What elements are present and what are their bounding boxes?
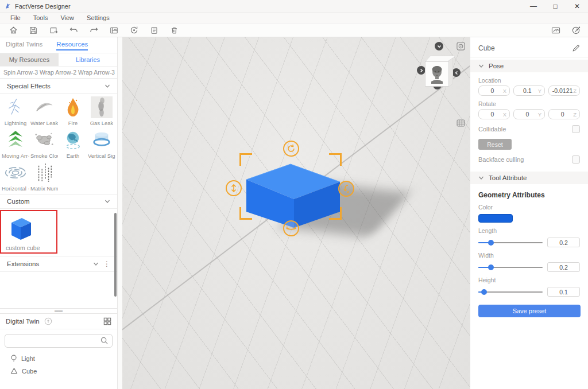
sidebar-scrollbar[interactable]: [114, 213, 117, 297]
scale-handle[interactable]: [338, 181, 354, 197]
width-value-input[interactable]: 0.2: [547, 262, 580, 272]
redo-button[interactable]: [88, 25, 99, 36]
length-slider[interactable]: [478, 239, 543, 246]
geometry-attributes-title: Geometry Attributes: [470, 184, 588, 199]
orbit-down-button[interactable]: [435, 42, 443, 50]
scene-item-cube[interactable]: Cube: [10, 367, 117, 375]
effect-item-fire[interactable]: Fire: [59, 96, 87, 126]
tab-digital-twins[interactable]: Digital Twins: [6, 41, 42, 50]
orbit-right-button[interactable]: [417, 66, 425, 75]
width-slider[interactable]: [478, 264, 543, 271]
move-horizontal-handle[interactable]: [283, 220, 299, 236]
menu-tools[interactable]: Tools: [33, 14, 48, 21]
gas-leak-icon: [90, 96, 113, 119]
maximize-button[interactable]: □: [544, 0, 566, 12]
subtab-libraries[interactable]: Libraries: [59, 53, 117, 66]
components-icon[interactable]: [103, 317, 111, 325]
panel-resize-handle[interactable]: ══: [0, 309, 117, 313]
effect-item-water-leak[interactable]: Water Leak: [30, 96, 59, 126]
viewcube-body[interactable]: [425, 56, 452, 88]
menubar: File Tools View Settings: [0, 13, 588, 24]
effect-item-lightning[interactable]: Lightning: [1, 96, 30, 126]
menu-settings[interactable]: Settings: [87, 14, 110, 21]
effect-item-horizontal-signal[interactable]: Horizontal ⋯: [1, 161, 30, 192]
matrix-number-icon: [33, 161, 56, 184]
selection-bracket: [329, 207, 342, 220]
save-as-button[interactable]: [48, 25, 59, 36]
minimize-button[interactable]: —: [523, 0, 544, 12]
viewport-3d[interactable]: [118, 37, 470, 389]
effect-item-vertical-signal[interactable]: Vertical Sig⋯: [87, 129, 116, 159]
undo-button[interactable]: [68, 25, 79, 36]
rotate-handle[interactable]: [283, 141, 299, 157]
effect-item-smoke-cloud[interactable]: Smoke Cloud: [30, 129, 59, 159]
save-button[interactable]: [28, 25, 38, 36]
orbit-left-button[interactable]: [452, 68, 461, 77]
rotate-y-input[interactable]: 0 Y: [513, 109, 545, 119]
slider-knob[interactable]: [481, 289, 487, 295]
snapshot-button[interactable]: [551, 25, 561, 36]
slider-knob[interactable]: [488, 264, 494, 270]
smoke-cloud-icon: [33, 129, 56, 151]
section-custom[interactable]: Custom: [0, 194, 117, 209]
height-label: Height: [470, 272, 588, 285]
scene-item-light[interactable]: Light: [10, 355, 117, 363]
grid-toggle-icon[interactable]: [457, 119, 465, 127]
effect-item-gas-leak[interactable]: Gas Leak: [87, 96, 116, 126]
location-x-input[interactable]: 0 X: [478, 85, 510, 96]
view-navigation-cube[interactable]: [417, 42, 461, 122]
section-extensions[interactable]: Extensions ⋮: [0, 256, 117, 272]
sidebar-subtabs: My Resources Libraries: [0, 53, 117, 67]
extensions-area: [0, 272, 117, 309]
custom-cube-item[interactable]: custom cube: [1, 211, 56, 252]
effect-item-moving-arrows[interactable]: Moving Arr⋯: [1, 129, 30, 159]
location-z-input[interactable]: -0.0121 Z: [548, 85, 580, 96]
light-bulb-icon: [10, 355, 17, 363]
collidable-label: Collidable: [478, 126, 572, 133]
pose-section-header[interactable]: Pose: [470, 60, 588, 72]
more-options-icon[interactable]: ⋮: [103, 260, 110, 268]
search-icon[interactable]: [100, 337, 108, 344]
fire-icon: [61, 96, 84, 119]
location-y-input[interactable]: 0.1 Y: [513, 85, 545, 96]
home-button[interactable]: [8, 25, 18, 36]
subtab-my-resources[interactable]: My Resources: [0, 53, 59, 66]
gyroscope-icon[interactable]: [457, 42, 465, 50]
sync-button[interactable]: [129, 25, 139, 36]
save-preset-button[interactable]: Save preset: [478, 305, 581, 317]
effect-item-earth[interactable]: Earth: [59, 129, 87, 159]
effect-item-matrix-number[interactable]: Matrix Num⋯: [30, 161, 59, 192]
menu-view[interactable]: View: [60, 14, 74, 21]
digital-twin-panel-header: Digital Twin: [0, 313, 117, 329]
height-slider[interactable]: [478, 289, 543, 295]
scene-map-button[interactable]: [109, 25, 119, 36]
move-vertical-handle[interactable]: [226, 180, 242, 196]
preview-button[interactable]: [571, 25, 581, 36]
vertical-signal-icon: [90, 129, 113, 151]
horizontal-signal-icon: [4, 161, 27, 184]
viewcube-front-face[interactable]: [425, 61, 449, 87]
rotate-z-input[interactable]: 0 Z: [548, 109, 580, 119]
tool-attribute-section-header[interactable]: Tool Attribute: [470, 172, 588, 184]
section-special-effects[interactable]: Special Effects: [0, 79, 117, 94]
length-label: Length: [470, 223, 588, 236]
rotate-x-input[interactable]: 0 X: [478, 109, 510, 119]
viewcube-side-face[interactable]: [448, 57, 453, 87]
search-input[interactable]: [5, 334, 112, 347]
edit-name-icon[interactable]: [572, 44, 580, 52]
backface-culling-label: Backface culling: [478, 156, 572, 163]
backface-culling-checkbox[interactable]: [572, 155, 580, 164]
close-button[interactable]: ✕: [566, 0, 588, 12]
color-swatch[interactable]: [478, 214, 513, 223]
height-value-input[interactable]: 0.1: [547, 287, 580, 297]
reset-button[interactable]: Reset: [478, 139, 512, 150]
upload-cloud-icon[interactable]: [44, 317, 52, 325]
recent-resources[interactable]: Spin Arrow-3 Wrap Arrow-2 Wrap Arrow-3: [0, 67, 117, 79]
menu-file[interactable]: File: [10, 14, 21, 21]
collidable-checkbox[interactable]: [572, 125, 580, 133]
document-button[interactable]: [149, 25, 159, 36]
delete-button[interactable]: [169, 25, 179, 36]
tab-resources[interactable]: Resources: [56, 41, 88, 50]
slider-knob[interactable]: [488, 240, 494, 246]
length-value-input[interactable]: 0.2: [547, 238, 580, 247]
